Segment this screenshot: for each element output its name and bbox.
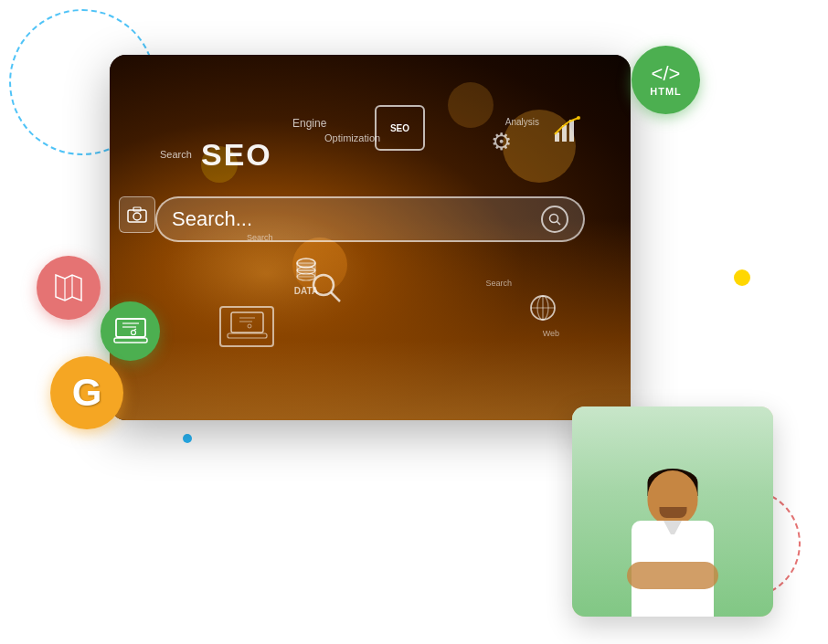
- seo-engine-label: Engine: [292, 117, 326, 130]
- svg-line-24: [557, 222, 561, 226]
- map-icon: [37, 256, 101, 320]
- seo-optimization-label: Optimization: [324, 132, 380, 143]
- svg-point-31: [131, 330, 135, 334]
- html-badge: </> HTML: [632, 46, 700, 114]
- seo-background: Search Engine Optimization SEO Analysis …: [110, 55, 631, 420]
- main-seo-card: Search Engine Optimization SEO Analysis …: [110, 55, 631, 420]
- search-magnifier-large: [311, 272, 343, 311]
- web-globe-icon: [528, 293, 557, 329]
- laptop-icon-small: [219, 306, 274, 347]
- search-bar[interactable]: Search...: [155, 196, 585, 242]
- bar-chart-icon: [553, 114, 580, 148]
- svg-rect-22: [228, 333, 267, 338]
- seo-monitor-icon: SEO: [375, 105, 425, 151]
- seo-search-label: Search: [160, 149, 192, 160]
- person-arms: [627, 562, 718, 589]
- svg-point-21: [248, 324, 251, 328]
- person-body: [613, 461, 732, 617]
- svg-point-12: [313, 275, 334, 295]
- person-card: [572, 406, 773, 617]
- google-g-icon: G: [50, 356, 123, 429]
- svg-point-5: [133, 213, 141, 220]
- person-head: [648, 470, 698, 525]
- person-background: [572, 406, 773, 617]
- seo-main-label: SEO: [201, 137, 272, 173]
- yellow-dot: [734, 269, 750, 286]
- scene: Search Engine Optimization SEO Analysis …: [0, 0, 828, 644]
- bokeh-light-2: [448, 82, 494, 128]
- camera-icon: [119, 196, 155, 233]
- svg-rect-2: [569, 120, 574, 142]
- svg-rect-32: [114, 338, 147, 343]
- search-sub-label: Search: [485, 279, 512, 288]
- search-bar-text: Search...: [172, 207, 541, 231]
- svg-marker-25: [56, 275, 81, 301]
- g-letter: G: [72, 371, 102, 415]
- gear-icon: ⚙: [491, 128, 512, 156]
- html-badge-text: HTML: [650, 86, 682, 97]
- svg-rect-1: [562, 125, 567, 142]
- svg-rect-18: [231, 312, 263, 333]
- svg-rect-28: [116, 319, 145, 337]
- laptop-floating-icon: [101, 301, 160, 361]
- seo-monitor-label: SEO: [390, 123, 409, 133]
- search-bar-icon[interactable]: [541, 206, 568, 233]
- svg-point-3: [577, 116, 580, 120]
- html-code-icon: </>: [652, 64, 681, 84]
- blue-dot: [183, 434, 192, 443]
- svg-point-23: [550, 215, 558, 223]
- seo-analysis-label: Analysis: [505, 117, 539, 127]
- svg-line-13: [331, 292, 340, 301]
- web-sub-label: Web: [543, 329, 559, 338]
